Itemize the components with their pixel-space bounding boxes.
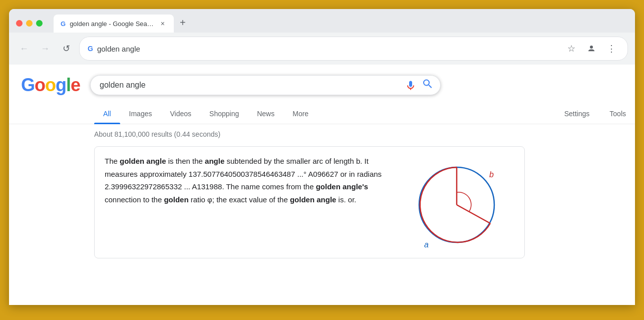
search-header: Google <box>9 75 635 104</box>
search-input[interactable] <box>90 75 441 95</box>
settings-link[interactable]: Settings <box>555 104 599 124</box>
tab-favicon: G <box>61 20 66 28</box>
close-button[interactable] <box>16 20 23 27</box>
bookmark-button[interactable]: ☆ <box>563 41 579 57</box>
menu-button[interactable]: ⋮ <box>603 41 619 57</box>
svg-text:b: b <box>489 170 494 179</box>
svg-text:a: a <box>424 240 429 249</box>
logo-letter-g: G <box>21 75 35 95</box>
account-button[interactable] <box>583 41 599 57</box>
tab-close-button[interactable]: × <box>159 19 167 29</box>
address-bar-row: ← → ↺ G golden angle ☆ ⋮ <box>9 33 635 65</box>
tab-bar: G golden angle - Google Search × + <box>54 14 191 33</box>
snippet-text: The golden angle is then the angle subte… <box>105 155 389 250</box>
logo-letter-g2: g <box>56 75 66 95</box>
golden-angle-diagram: b a <box>402 155 512 250</box>
active-tab[interactable]: G golden angle - Google Search × <box>54 15 174 33</box>
search-nav: All Images Videos Shopping News More Set… <box>9 104 635 124</box>
page-content: Google <box>9 65 635 305</box>
nav-tab-news[interactable]: News <box>248 104 283 124</box>
forward-button[interactable]: → <box>37 41 53 57</box>
svg-line-3 <box>457 205 490 223</box>
logo-letter-e: e <box>71 75 80 95</box>
address-bar-actions: ☆ ⋮ <box>563 41 619 57</box>
google-logo[interactable]: Google <box>21 75 80 96</box>
search-icons <box>405 78 434 93</box>
tools-link[interactable]: Tools <box>600 104 635 124</box>
minimize-button[interactable] <box>26 20 33 27</box>
results-count: About 81,100,000 results (0.44 seconds) <box>94 130 550 138</box>
snippet-image: b a <box>399 155 514 250</box>
maximize-button[interactable] <box>36 20 43 27</box>
logo-letter-o2: o <box>45 75 56 95</box>
results-area: About 81,100,000 results (0.44 seconds) … <box>9 124 635 258</box>
refresh-button[interactable]: ↺ <box>58 41 74 57</box>
snippet-box: The golden angle is then the angle subte… <box>94 146 525 258</box>
svg-point-0 <box>590 46 593 49</box>
logo-letter-o1: o <box>35 75 45 95</box>
nav-tab-more[interactable]: More <box>283 104 317 124</box>
search-box-container <box>90 75 441 95</box>
address-favicon: G <box>88 45 93 53</box>
search-page: Google <box>9 65 635 258</box>
address-bar[interactable]: G golden angle ☆ ⋮ <box>79 37 628 61</box>
nav-tab-videos[interactable]: Videos <box>161 104 200 124</box>
nav-tab-shopping[interactable]: Shopping <box>200 104 248 124</box>
back-button[interactable]: ← <box>16 41 32 57</box>
browser-window: G golden angle - Google Search × + ← → ↺… <box>9 9 635 305</box>
window-controls <box>16 20 43 27</box>
search-nav-settings: Settings Tools <box>555 104 635 124</box>
microphone-icon[interactable] <box>405 79 417 91</box>
tab-title: golden angle - Google Search <box>70 20 155 28</box>
logo-letter-l: l <box>66 75 71 95</box>
address-text: golden angle <box>97 45 559 53</box>
new-tab-button[interactable]: + <box>175 14 191 32</box>
title-bar: G golden angle - Google Search × + <box>9 9 635 33</box>
nav-tab-all[interactable]: All <box>94 104 120 124</box>
nav-tab-images[interactable]: Images <box>120 104 161 124</box>
search-submit-icon[interactable] <box>422 78 434 93</box>
